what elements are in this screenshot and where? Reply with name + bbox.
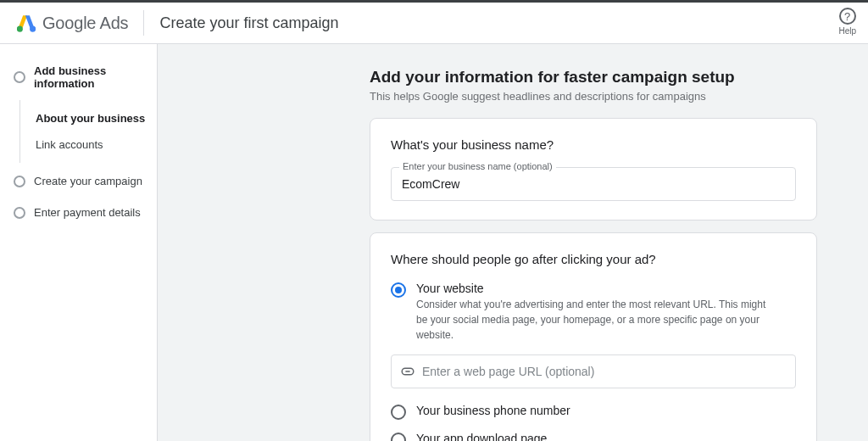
header-divider [143, 10, 144, 36]
option-phone-number[interactable]: Your business phone number [391, 404, 796, 420]
substep-link-accounts[interactable]: Link accounts [36, 131, 157, 158]
step-enter-payment-details[interactable]: Enter payment details [14, 206, 157, 219]
option-website-label: Your website [416, 282, 772, 295]
radio-selected-icon[interactable] [391, 282, 406, 298]
website-url-input[interactable] [422, 365, 787, 378]
option-phone-label: Your business phone number [416, 404, 570, 417]
website-url-input-wrap[interactable] [391, 354, 796, 388]
business-name-question: What's your business name? [391, 137, 796, 152]
main-layout: Add business information About your busi… [0, 44, 868, 441]
option-app-label: Your app download page [416, 432, 547, 441]
option-website-description: Consider what you're advertising and ent… [416, 297, 772, 343]
business-name-card: What's your business name? Enter your bu… [370, 118, 817, 220]
setup-steps-sidebar: Add business information About your busi… [0, 44, 158, 441]
option-your-website[interactable]: Your website Consider what you're advert… [391, 282, 796, 388]
page-title: Create your first campaign [159, 14, 338, 32]
help-button[interactable]: ? Help [838, 8, 856, 36]
google-ads-logo-icon [17, 14, 36, 32]
svg-point-0 [30, 26, 36, 32]
brand-logo[interactable]: Google Ads [17, 14, 128, 33]
business-name-field-wrap: Enter your business name (optional) [391, 167, 796, 201]
intro-subtitle: This helps Google suggest headlines and … [370, 90, 817, 103]
step-label: Create your campaign [34, 175, 142, 187]
step-create-your-campaign[interactable]: Create your campaign [14, 175, 157, 187]
intro-title: Add your information for faster campaign… [370, 68, 817, 87]
destination-card: Where should people go after clicking yo… [370, 232, 817, 441]
step-add-business-info[interactable]: Add business information [14, 64, 157, 90]
radio-icon[interactable] [391, 405, 406, 420]
option-app-download[interactable]: Your app download page [391, 432, 796, 441]
app-header: Google Ads Create your first campaign ? … [0, 0, 868, 44]
step-indicator-icon [14, 71, 25, 83]
website-url-field [391, 354, 796, 388]
help-label: Help [838, 26, 856, 36]
business-name-field-label: Enter your business name (optional) [399, 161, 556, 171]
content-area: Add your information for faster campaign… [158, 44, 868, 441]
substep-about-your-business[interactable]: About your business [36, 105, 157, 131]
brand-name: Google Ads [42, 14, 128, 33]
destination-question: Where should people go after clicking yo… [391, 252, 796, 266]
sub-steps: About your business Link accounts [19, 100, 157, 163]
help-icon: ? [839, 8, 856, 25]
link-icon [400, 364, 415, 379]
step-indicator-icon [14, 176, 25, 187]
step-label: Enter payment details [34, 206, 141, 219]
step-indicator-icon [14, 207, 25, 219]
radio-icon[interactable] [391, 433, 406, 441]
business-name-input[interactable] [391, 167, 796, 201]
step-label: Add business information [34, 64, 157, 90]
svg-point-1 [17, 26, 23, 32]
